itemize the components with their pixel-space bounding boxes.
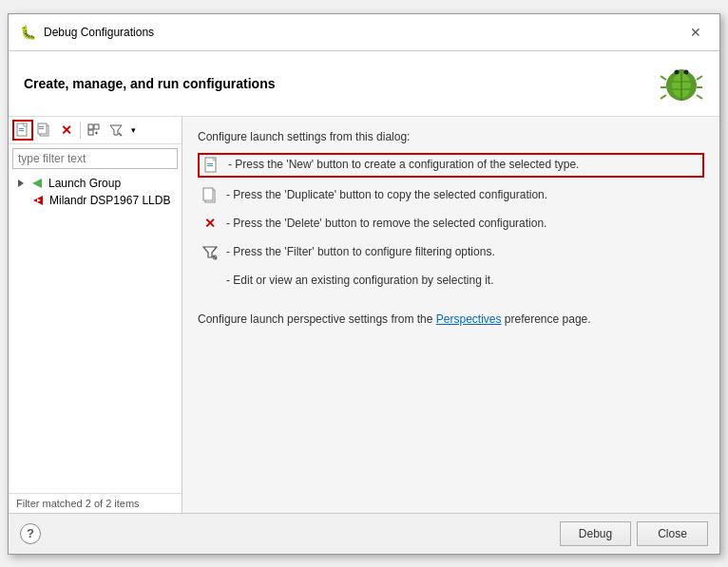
red-x-icon: ✕ <box>204 215 216 234</box>
svg-marker-30 <box>32 179 42 188</box>
toolbar-separator <box>80 122 81 139</box>
large-bug-icon <box>659 61 704 106</box>
debug-configurations-dialog: 🐛 Debug Configurations ✕ Create, manage,… <box>8 13 720 555</box>
title-bar-left: 🐛 Debug Configurations <box>20 25 154 40</box>
instruction-filter-text: - Press the 'Filter' button to configure… <box>226 244 700 260</box>
instruction-edit-text: - Edit or view an existing configuration… <box>226 273 700 289</box>
debug-icon: 🐛 <box>20 25 36 40</box>
tree-expand-icon <box>16 179 26 188</box>
instruction-new-text: - Press the 'New' button to create a con… <box>228 157 699 173</box>
close-button[interactable]: Close <box>637 521 708 546</box>
svg-line-29 <box>119 133 122 136</box>
help-button[interactable]: ? <box>20 523 41 544</box>
tree-item-milandr[interactable]: Milandr DSP1967 LLDB <box>9 192 182 209</box>
svg-line-4 <box>661 76 666 80</box>
svg-rect-35 <box>207 163 213 164</box>
dialog-header-title: Create, manage, and run configurations <box>24 76 276 91</box>
instructions-list: - Press the 'New' button to create a con… <box>198 153 704 500</box>
filter-status-text: Filter matched 2 of 2 items <box>16 498 140 509</box>
filter-dropdown-button[interactable]: ▾ <box>127 120 139 141</box>
milandr-debug-icon <box>31 194 45 207</box>
perspectives-text: Configure launch perspective settings fr… <box>198 312 704 326</box>
left-panel: ✕ <box>9 117 182 513</box>
svg-rect-24 <box>94 124 99 129</box>
instruction-filter: - Press the 'Filter' button to configure… <box>198 242 704 263</box>
duplicate-instruction-icon <box>201 187 219 204</box>
dialog-title: Debug Configurations <box>44 26 154 39</box>
svg-line-6 <box>661 95 666 99</box>
duplicate-configuration-button[interactable] <box>34 120 55 141</box>
right-panel: Configure launch settings from this dial… <box>182 117 719 513</box>
arrow-right-icon <box>18 180 24 187</box>
tree-item-launch-group[interactable]: Launch Group <box>9 175 182 192</box>
svg-rect-17 <box>19 128 24 129</box>
filter-status: Filter matched 2 of 2 items <box>9 493 182 513</box>
instruction-new: - Press the 'New' button to create a con… <box>198 153 704 178</box>
svg-rect-36 <box>207 165 213 166</box>
milandr-label: Milandr DSP1967 LLDB <box>49 194 170 207</box>
new-config-icon <box>16 123 29 138</box>
collapse-icon <box>87 123 101 137</box>
collapse-all-button[interactable] <box>84 120 105 141</box>
delete-configuration-button[interactable]: ✕ <box>56 120 77 141</box>
launch-group-label: Launch Group <box>48 177 121 190</box>
dialog-body: ✕ <box>9 117 719 513</box>
duplicate-icon <box>37 123 52 138</box>
right-panel-header: Configure launch settings from this dial… <box>198 130 704 143</box>
dialog-footer: ? Debug Close <box>9 513 719 554</box>
launch-group-icon <box>30 177 44 190</box>
title-bar: 🐛 Debug Configurations ✕ <box>9 14 719 51</box>
perspectives-suffix: preference page. <box>502 312 591 326</box>
svg-rect-18 <box>19 130 24 131</box>
svg-line-7 <box>697 76 702 80</box>
instruction-duplicate: - Press the 'Duplicate' button to copy t… <box>198 185 704 206</box>
instruction-delete-text: - Press the 'Delete' button to remove th… <box>226 216 700 232</box>
svg-rect-21 <box>39 126 44 127</box>
filter-input[interactable] <box>12 148 178 169</box>
instruction-duplicate-text: - Press the 'Duplicate' button to copy t… <box>226 187 700 203</box>
instruction-edit: - Edit or view an existing configuration… <box>198 271 704 291</box>
svg-rect-38 <box>203 188 213 200</box>
perspectives-link[interactable]: Perspectives <box>436 312 502 326</box>
debug-button[interactable]: Debug <box>560 521 631 546</box>
filter-instruction-icon <box>201 244 219 261</box>
footer-right: Debug Close <box>560 521 708 546</box>
footer-left: ? <box>20 523 41 544</box>
delete-x-icon: ✕ <box>61 123 72 138</box>
delete-instruction-icon: ✕ <box>201 216 219 233</box>
close-window-button[interactable]: ✕ <box>683 22 708 43</box>
svg-rect-23 <box>88 124 93 129</box>
left-toolbar: ✕ <box>9 117 182 144</box>
new-instruction-icon <box>203 157 220 174</box>
filter-button[interactable] <box>105 120 126 141</box>
dialog-header: Create, manage, and run configurations <box>9 51 719 117</box>
new-configuration-button[interactable] <box>12 120 33 141</box>
svg-line-9 <box>697 95 702 99</box>
svg-rect-25 <box>88 130 93 135</box>
svg-rect-16 <box>24 123 27 126</box>
instruction-delete: ✕ - Press the 'Delete' button to remove … <box>198 214 704 235</box>
svg-rect-22 <box>39 128 44 129</box>
perspectives-prefix: Configure launch perspective settings fr… <box>198 312 436 326</box>
filter-icon <box>109 123 123 137</box>
config-tree: Launch Group Milandr DSP1967 LLDB <box>9 173 182 493</box>
